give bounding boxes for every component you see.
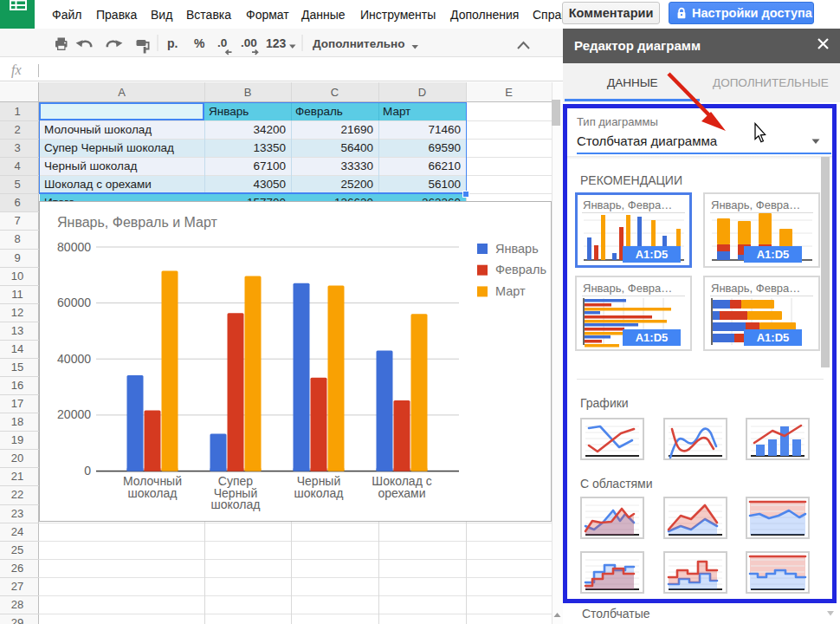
svg-text:.00: .00 — [241, 36, 257, 49]
svg-text:80000: 80000 — [57, 240, 91, 254]
svg-text:60000: 60000 — [57, 296, 91, 309]
svg-text:40000: 40000 — [57, 352, 91, 366]
svg-text:%: % — [194, 36, 205, 50]
svg-text:орехами: орехами — [378, 486, 425, 500]
svg-text:Март: Март — [495, 284, 526, 298]
svg-text:р.: р. — [167, 36, 178, 50]
svg-text:.0: .0 — [217, 36, 227, 49]
svg-text:Январь, Февраль и Март: Январь, Февраль и Март — [57, 215, 218, 230]
svg-text:Дополнительно: Дополнительно — [313, 37, 405, 50]
svg-text:123: 123 — [266, 36, 287, 50]
svg-text:0: 0 — [84, 464, 91, 478]
svg-text:Февраль: Февраль — [495, 263, 546, 276]
svg-text:20000: 20000 — [57, 407, 91, 421]
svg-text:шоколад: шоколад — [294, 486, 344, 500]
svg-text:шоколад: шоколад — [128, 486, 178, 500]
svg-text:шоколад: шоколад — [211, 497, 261, 511]
svg-text:Январь: Январь — [495, 242, 539, 256]
